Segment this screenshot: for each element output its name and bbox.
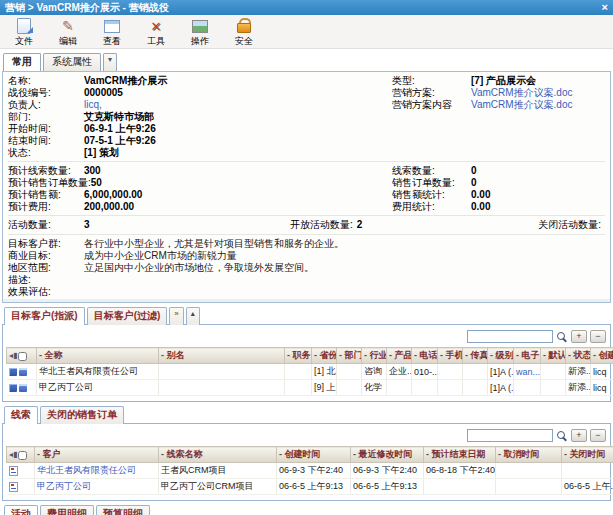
close-icon[interactable]: × bbox=[602, 2, 608, 13]
field-value: 立足国内中小企业的市场地位，争取境外发展空间。 bbox=[84, 262, 314, 273]
tools-button-label: 工具 bbox=[147, 35, 165, 48]
column-header[interactable]: 产品 bbox=[387, 348, 412, 364]
field-value: 0.00 bbox=[471, 201, 490, 212]
column-header[interactable]: 创建 bbox=[591, 348, 613, 364]
magnifier-icon[interactable] bbox=[556, 331, 568, 343]
section-tabs-leads: 线索关闭的销售订单 bbox=[2, 406, 611, 424]
tab-leads-1[interactable]: 关闭的销售订单 bbox=[40, 406, 124, 424]
search-input[interactable] bbox=[467, 330, 553, 343]
main-tab-1[interactable]: 系统属性 bbox=[43, 53, 101, 71]
expand-button[interactable]: + bbox=[571, 429, 587, 442]
closed-activity-count-label: 关闭活动数量: bbox=[538, 219, 601, 231]
edit-button[interactable]: 编辑 bbox=[52, 18, 84, 48]
cell bbox=[285, 380, 312, 396]
field-value[interactable]: licq, bbox=[84, 99, 102, 110]
main-tab-2[interactable]: ▾ bbox=[103, 53, 117, 71]
select-all-checkbox[interactable] bbox=[18, 451, 27, 460]
column-header[interactable]: 线索名称 bbox=[159, 447, 277, 463]
cell: 咨询 bbox=[362, 364, 387, 380]
collapse-button[interactable]: − bbox=[590, 429, 606, 442]
field-label: 目标客户群: bbox=[8, 238, 84, 249]
column-header[interactable]: 客户 bbox=[35, 447, 159, 463]
view-button[interactable]: 查看 bbox=[96, 18, 128, 48]
column-header[interactable]: 手机 bbox=[438, 348, 463, 364]
cell[interactable]: 甲乙丙丁公司 bbox=[35, 479, 159, 495]
file-button[interactable]: 文件 bbox=[8, 18, 40, 48]
paging-icon[interactable]: ◂▮ bbox=[9, 450, 17, 459]
column-header[interactable]: 职务 bbox=[285, 348, 312, 364]
column-header[interactable]: 电话 bbox=[412, 348, 438, 364]
column-header[interactable]: 级别 bbox=[488, 348, 514, 364]
column-header[interactable]: 电子 bbox=[514, 348, 541, 364]
expand-button[interactable]: + bbox=[571, 330, 587, 343]
column-header[interactable]: 预计结束日期 bbox=[424, 447, 496, 463]
cell: 06-8-18 下午2:40 bbox=[424, 463, 496, 479]
field-label: 预计销售额: bbox=[8, 189, 84, 200]
tab-activities-0[interactable]: 活动 bbox=[4, 505, 38, 515]
cell: 王者风CRM项目 bbox=[159, 463, 277, 479]
field-value[interactable]: VamCRM推介议案.doc bbox=[471, 87, 573, 98]
column-header[interactable]: 创建时间 bbox=[277, 447, 351, 463]
search-input[interactable] bbox=[467, 429, 553, 442]
tab-activities-2[interactable]: 预算明细 bbox=[96, 505, 150, 515]
field-label: 状态: bbox=[8, 147, 84, 158]
sections-container: 目标客户(指派)目标客户(过滤)»▴+−◂▮全称别名职务省份部门行业产品电话手机… bbox=[0, 307, 613, 515]
magnifier-icon[interactable] bbox=[556, 430, 568, 442]
section-leads: 线索关闭的销售订单+−◂▮客户线索名称创建时间最近修改时间预计结束日期取消时间关… bbox=[2, 406, 611, 501]
field-value: 0.00 bbox=[471, 189, 490, 200]
tab-leads-0[interactable]: 线索 bbox=[4, 406, 38, 424]
tools-icon bbox=[147, 18, 165, 34]
column-header[interactable]: 行业 bbox=[362, 348, 387, 364]
main-tab-0[interactable]: 常用 bbox=[3, 53, 41, 71]
cell: licq bbox=[591, 380, 613, 396]
column-header[interactable]: 别名 bbox=[159, 348, 285, 364]
column-header[interactable]: 传真 bbox=[463, 348, 488, 364]
operate-button-label: 操作 bbox=[191, 35, 209, 48]
cell: 华北王者风有限责任公司 bbox=[37, 364, 159, 380]
column-header[interactable]: 省份 bbox=[312, 348, 337, 364]
tab-activities-1[interactable]: 费用明细 bbox=[40, 505, 94, 515]
cell[interactable]: wan... bbox=[514, 364, 541, 380]
column-header[interactable]: 最近修改时间 bbox=[351, 447, 424, 463]
cell: 010-... bbox=[412, 364, 438, 380]
tab-target-customers-0[interactable]: 目标客户(指派) bbox=[4, 307, 85, 325]
cell: [1] 北... bbox=[312, 364, 337, 380]
tab-target-customers-1[interactable]: 目标客户(过滤) bbox=[87, 307, 168, 325]
field-label: 名称: bbox=[8, 75, 84, 86]
table-row[interactable]: 华北王者风有限责任公司王者风CRM项目06-9-3 下午2:4006-9-3 下… bbox=[7, 463, 613, 479]
cell bbox=[541, 364, 566, 380]
row-icons-cell bbox=[7, 364, 37, 380]
paging-icon[interactable]: ◂▮ bbox=[9, 351, 17, 360]
text-field-row: 地区范围:立足国内中小企业的市场地位，争取境外发展空间。 bbox=[8, 262, 605, 273]
table-header-row: ◂▮全称别名职务省份部门行业产品电话手机传真级别电子默认状态创建 bbox=[7, 348, 613, 364]
table-row[interactable]: 甲乙丙丁公司[9] 上...化学[1]A (...新添...licq bbox=[7, 380, 613, 396]
column-header[interactable]: 关闭时间 bbox=[562, 447, 613, 463]
field-value: 艾克斯特市场部 bbox=[84, 111, 154, 122]
tab-target-customers-more-1[interactable]: ▴ bbox=[186, 307, 200, 325]
column-header[interactable]: 部门 bbox=[337, 348, 362, 364]
column-header[interactable]: 状态 bbox=[566, 348, 591, 364]
collapse-button[interactable]: − bbox=[590, 330, 606, 343]
tab-target-customers-more-0[interactable]: » bbox=[169, 307, 183, 325]
table-row[interactable]: 华北王者风有限责任公司[1] 北...咨询企业...010-...[1]A (.… bbox=[7, 364, 613, 380]
activity-count-value: 3 bbox=[84, 219, 290, 231]
field-value: 0000005 bbox=[84, 87, 123, 98]
table-row[interactable]: 甲乙丙丁公司甲乙丙丁公司CRM项目06-6-5 上午9:1306-6-5 上午9… bbox=[7, 479, 613, 495]
tools-button[interactable]: 工具 bbox=[140, 18, 172, 48]
field-label: 描述: bbox=[8, 274, 84, 285]
building-icon bbox=[9, 368, 17, 376]
row-icons-cell bbox=[7, 463, 35, 479]
operate-button[interactable]: 操作 bbox=[184, 18, 216, 48]
field-label: 效果评估: bbox=[8, 286, 84, 297]
column-header[interactable]: 默认 bbox=[541, 348, 566, 364]
column-header[interactable]: 全称 bbox=[37, 348, 159, 364]
divider bbox=[8, 215, 605, 216]
divider bbox=[8, 161, 605, 162]
text-field-row: 描述: bbox=[8, 274, 605, 285]
column-header[interactable]: 取消时间 bbox=[496, 447, 562, 463]
select-all-checkbox[interactable] bbox=[18, 352, 27, 361]
cell[interactable]: 华北王者风有限责任公司 bbox=[35, 463, 159, 479]
security-button[interactable]: 安全 bbox=[228, 18, 260, 48]
field-value[interactable]: VamCRM推介议案.doc bbox=[471, 99, 573, 110]
form-row: 名称:VamCRM推介展示类型:[7] 产品展示会 bbox=[8, 75, 605, 86]
